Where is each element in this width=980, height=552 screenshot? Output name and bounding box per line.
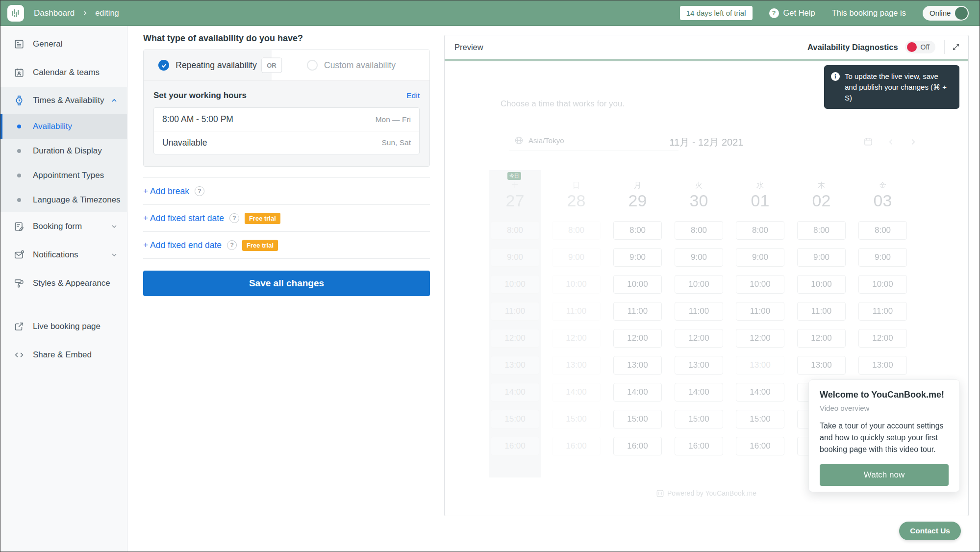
working-hours-row[interactable]: Unavailable Sun, Sat xyxy=(154,131,419,154)
time-slot-button[interactable]: 12:00 xyxy=(675,329,723,348)
time-slot-button[interactable]: 16:00 xyxy=(613,437,662,455)
time-slot-button[interactable]: 10:00 xyxy=(858,275,907,294)
time-slot-button[interactable]: 16:00 xyxy=(736,437,784,455)
app-logo-icon[interactable] xyxy=(7,5,24,22)
sidebar-item-share-embed[interactable]: Share & Embed xyxy=(0,341,127,369)
time-slot-button[interactable]: 9:00 xyxy=(675,248,723,267)
time-slot-button: 11:00 xyxy=(552,302,601,321)
time-slot-button[interactable]: 10:00 xyxy=(736,275,784,294)
calendar-day-column: 水018:009:0010:0011:0012:0013:0014:0015:0… xyxy=(736,170,784,477)
calendar-picker-icon[interactable] xyxy=(863,137,873,147)
time-slot-button[interactable]: 12:00 xyxy=(613,329,662,348)
watch-now-button[interactable]: Watch now xyxy=(820,464,949,486)
sidebar-item-label: General xyxy=(33,39,62,49)
time-slot-button: 10:00 xyxy=(552,275,601,294)
time-slot-button[interactable]: 13:00 xyxy=(797,356,846,375)
online-toggle[interactable]: Online xyxy=(923,6,969,21)
time-slot-list: 8:009:0010:0011:0012:0013:0014:0015:0016… xyxy=(736,221,784,455)
sidebar-item-notifications[interactable]: Notifications xyxy=(0,241,127,269)
bullet-icon xyxy=(17,125,21,128)
sidebar-item-times-availability[interactable]: Times & Availability xyxy=(0,87,127,114)
sidebar-item-booking-form[interactable]: Booking form xyxy=(0,212,127,241)
today-badge: 今日 xyxy=(507,172,521,180)
breadcrumb-dashboard[interactable]: Dashboard xyxy=(34,8,75,18)
add-fixed-end-date-button[interactable]: + Add fixed end date ? Free trial xyxy=(143,231,430,258)
time-slot-button: 11:00 xyxy=(491,302,539,321)
time-slot-button[interactable]: 15:00 xyxy=(613,410,662,428)
add-fixed-start-date-button[interactable]: + Add fixed start date ? Free trial xyxy=(143,204,430,231)
sidebar-item-styles-appearance[interactable]: Styles & Appearance xyxy=(0,269,127,298)
availability-diagnostics-toggle[interactable]: Off xyxy=(905,41,935,53)
time-slot-button[interactable]: 12:00 xyxy=(858,329,907,348)
preview-body: Choose a time that works for you. Asia/T… xyxy=(445,61,968,516)
time-slot-button[interactable]: 8:00 xyxy=(858,221,907,240)
time-slot-button[interactable]: 11:00 xyxy=(797,302,846,321)
sidebar-item-availability[interactable]: Availability xyxy=(0,114,127,139)
time-slot-button[interactable]: 12:00 xyxy=(797,329,846,348)
weekday-label: 土 xyxy=(491,181,539,191)
time-slot-list: 8:009:0010:0011:0012:0013:0014:0015:0016… xyxy=(613,221,662,455)
time-slot-button[interactable]: 10:00 xyxy=(797,275,846,294)
time-slot-button[interactable]: 14:00 xyxy=(675,383,723,401)
sidebar-item-live-booking-page[interactable]: Live booking page xyxy=(0,312,127,341)
time-slot-button: 8:00 xyxy=(491,221,539,240)
time-slot-button[interactable]: 14:00 xyxy=(736,383,784,401)
contact-us-button[interactable]: Contact Us xyxy=(899,522,961,540)
time-slot-button[interactable]: 9:00 xyxy=(858,248,907,267)
time-slot-button[interactable]: 9:00 xyxy=(613,248,662,267)
edit-working-hours-link[interactable]: Edit xyxy=(406,91,420,100)
time-slot-button[interactable]: 13:00 xyxy=(858,356,907,375)
time-slot-button[interactable]: 15:00 xyxy=(675,410,723,428)
days-value: Mon — Fri xyxy=(376,115,411,124)
date-number: 27 xyxy=(491,191,539,210)
time-slot-button[interactable]: 13:00 xyxy=(613,356,662,375)
expand-preview-icon[interactable] xyxy=(944,40,960,54)
help-circle-icon[interactable]: ? xyxy=(227,240,237,250)
sidebar-item-appointment-types[interactable]: Appointment Types xyxy=(0,163,127,188)
time-slot-button: 9:00 xyxy=(491,248,539,267)
time-slot-button[interactable]: 9:00 xyxy=(797,248,846,267)
time-slot-button[interactable]: 8:00 xyxy=(736,221,784,240)
custom-availability-option[interactable]: Custom availability xyxy=(272,50,429,80)
time-slot-button[interactable]: 13:00 xyxy=(675,356,723,375)
help-circle-icon[interactable]: ? xyxy=(195,186,204,196)
time-slot-button: 13:00 xyxy=(491,356,539,375)
save-all-changes-button[interactable]: Save all changes xyxy=(143,271,430,296)
sidebar-item-general[interactable]: General xyxy=(0,30,127,58)
time-slot-button[interactable]: 10:00 xyxy=(675,275,723,294)
time-slot-button[interactable]: 8:00 xyxy=(613,221,662,240)
sidebar-item-language-timezones[interactable]: Language & Timezones xyxy=(0,188,127,212)
time-slot-button[interactable]: 8:00 xyxy=(797,221,846,240)
time-slot-button[interactable]: 16:00 xyxy=(675,437,723,455)
time-slot-button[interactable]: 11:00 xyxy=(736,302,784,321)
get-help-button[interactable]: ? Get Help xyxy=(769,8,815,18)
next-week-icon[interactable] xyxy=(909,138,917,146)
code-icon xyxy=(13,349,25,361)
time-slot-button: 12:00 xyxy=(491,329,539,348)
bullet-icon xyxy=(17,174,21,177)
time-slot-list: 8:009:0010:0011:0012:0013:0014:0015:0016… xyxy=(552,221,601,455)
sidebar-item-calendar-teams[interactable]: Calendar & teams xyxy=(0,58,127,87)
time-slot-button[interactable]: 10:00 xyxy=(613,275,662,294)
add-break-button[interactable]: + Add break ? xyxy=(143,177,430,204)
time-slot-button[interactable]: 9:00 xyxy=(736,248,784,267)
time-slot-button[interactable]: 15:00 xyxy=(736,410,784,428)
time-slot-button: 14:00 xyxy=(491,383,539,401)
chevron-up-icon xyxy=(110,97,118,104)
time-slot-button: 13:00 xyxy=(736,356,784,375)
sidebar-item-duration-display[interactable]: Duration & Display xyxy=(0,139,127,163)
working-hours-row[interactable]: 8:00 AM - 5:00 PM Mon — Fri xyxy=(154,108,419,131)
time-slot-button[interactable]: 11:00 xyxy=(675,302,723,321)
hours-value: Unavailable xyxy=(162,138,207,148)
time-slot-button[interactable]: 11:00 xyxy=(858,302,907,321)
time-slot-button[interactable]: 11:00 xyxy=(613,302,662,321)
time-slot-button[interactable]: 8:00 xyxy=(675,221,723,240)
time-slot-button[interactable]: 12:00 xyxy=(736,329,784,348)
time-slot-button[interactable]: 14:00 xyxy=(613,383,662,401)
repeating-availability-option[interactable]: Repeating availability xyxy=(144,50,272,80)
prev-week-icon[interactable] xyxy=(887,138,895,146)
help-circle-icon[interactable]: ? xyxy=(229,213,239,223)
get-help-label: Get Help xyxy=(783,8,815,18)
diagnostics-off-dot xyxy=(907,42,917,52)
repeating-availability-label: Repeating availability xyxy=(176,60,256,71)
